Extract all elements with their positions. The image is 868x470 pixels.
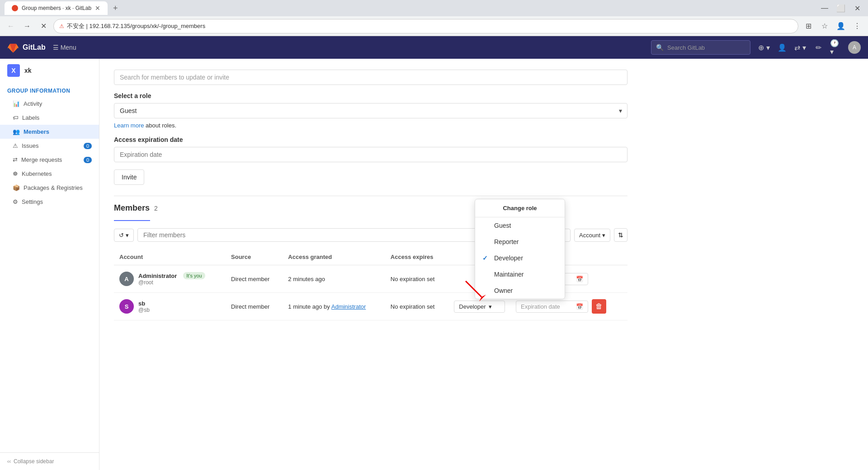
search-icon: 🔍 <box>656 44 664 51</box>
member-source-cell: Direct member <box>226 265 283 293</box>
history-button[interactable]: ↺ ▾ <box>114 229 134 242</box>
bookmark-icon[interactable]: ☆ <box>818 20 831 33</box>
member-access-expires-cell: No expiration set <box>385 293 449 320</box>
merge-request-icon[interactable]: ⇄ ▾ <box>794 41 807 54</box>
members-underline <box>114 220 150 221</box>
chevron-down-icon: ▾ <box>602 232 605 239</box>
its-you-badge: It's you <box>183 272 205 279</box>
member-account-cell: A Administrator It's you @root <box>114 265 226 293</box>
group-icon: X <box>7 64 20 77</box>
role-select-wrapper: Guest Reporter Developer Maintainer Owne… <box>114 103 627 118</box>
translate-icon[interactable]: ⊞ <box>802 20 815 33</box>
sort-button[interactable]: ⇅ <box>614 228 627 242</box>
change-role-dropdown: Change role Guest Reporter ✓ Developer M… <box>475 199 565 299</box>
expiry-input[interactable] <box>114 147 627 162</box>
sidebar-item-members[interactable]: 👥 Members <box>0 125 99 139</box>
members-count: 2 <box>154 205 158 212</box>
security-icon: ⚠ <box>59 23 64 29</box>
member-name: Administrator <box>138 273 177 279</box>
kubernetes-icon: ☸ <box>13 170 18 177</box>
top-navbar: GitLab ☰ Menu 🔍 ⊕ ▾ 👤 ⇄ ▾ ✏ 🕐 ▾ A <box>0 36 868 59</box>
members-icon: 👥 <box>13 128 20 135</box>
member-access-granted-cell: 1 minute ago by Administrator <box>283 293 385 320</box>
role-dropdown[interactable]: Developer ▾ <box>454 301 505 313</box>
member-avatar: S <box>119 299 134 314</box>
role-option-owner[interactable]: Owner <box>475 282 565 299</box>
column-account: Account <box>114 249 226 265</box>
refresh-button[interactable]: ✕ <box>37 20 50 33</box>
merge-requests-icon: ⇄ <box>13 156 18 163</box>
check-mark-icon: ✓ <box>482 254 490 262</box>
role-select[interactable]: Guest Reporter Developer Maintainer Owne… <box>114 103 627 118</box>
sidebar-item-merge-requests[interactable]: ⇄ Merge requests 0 <box>0 153 99 167</box>
sidebar-item-kubernetes[interactable]: ☸ Kubernetes <box>0 167 99 181</box>
sidebar: X xk Group information 📊 Activity 🏷 Labe… <box>0 59 99 470</box>
role-option-guest[interactable]: Guest <box>475 217 565 234</box>
section-divider <box>114 196 627 196</box>
packages-icon: 📦 <box>13 184 20 191</box>
sidebar-header: X xk <box>0 59 99 82</box>
members-title: Members <box>114 203 150 213</box>
new-tab-button[interactable]: + <box>109 3 122 14</box>
sidebar-item-issues[interactable]: ⚠ Issues 0 <box>0 139 99 153</box>
delete-member-button[interactable]: 🗑 <box>592 299 606 314</box>
sidebar-item-activity[interactable]: 📊 Activity <box>0 97 99 111</box>
sidebar-nav: Group information 📊 Activity 🏷 Labels 👥 … <box>0 82 99 452</box>
edit-icon[interactable]: ✏ <box>812 41 825 54</box>
menu-icon: ☰ <box>53 44 59 51</box>
calendar-icon: 📅 <box>576 303 583 310</box>
sidebar-item-group-information[interactable]: Group information <box>0 82 99 97</box>
member-source-cell: Direct member <box>226 293 283 320</box>
address-bar[interactable]: ⚠ 不安全 | 192.168.72.135/groups/xk/-/group… <box>53 19 798 33</box>
chevron-left-icon: ‹‹ <box>7 458 11 465</box>
minimize-button[interactable]: — <box>818 2 831 14</box>
clock-icon[interactable]: 🕐 ▾ <box>830 41 843 54</box>
main-content: Select a role Guest Reporter Developer M… <box>99 59 868 470</box>
administrator-link[interactable]: Administrator <box>331 303 366 310</box>
navbar-menu-button[interactable]: ☰ Menu <box>53 44 76 51</box>
issues-icon: ⚠ <box>13 142 18 149</box>
role-label: Select a role <box>114 92 627 99</box>
global-search[interactable]: 🔍 <box>651 40 750 55</box>
member-access-granted-cell: 2 minutes ago <box>283 265 385 293</box>
role-option-reporter[interactable]: Reporter <box>475 234 565 250</box>
column-source: Source <box>226 249 283 265</box>
close-browser-button[interactable]: ✕ <box>851 2 863 14</box>
member-access-expires-cell: No expiration set <box>385 265 449 293</box>
back-button[interactable]: ← <box>5 20 17 33</box>
navbar-logo[interactable]: GitLab <box>7 42 46 53</box>
maximize-button[interactable]: ⬜ <box>835 2 847 14</box>
menu-icon[interactable]: ⋮ <box>851 20 863 33</box>
sidebar-item-settings[interactable]: ⚙ Settings <box>0 195 99 209</box>
tab-favicon <box>12 5 18 11</box>
settings-icon: ⚙ <box>13 198 18 205</box>
active-tab[interactable]: Group members · xk · GitLab ✕ <box>5 1 108 15</box>
role-option-developer[interactable]: ✓ Developer <box>475 250 565 266</box>
member-avatar: A <box>119 272 134 286</box>
tab-title: Group members · xk · GitLab <box>22 5 91 11</box>
calendar-icon: 📅 <box>576 276 583 282</box>
sidebar-item-labels[interactable]: 🏷 Labels <box>0 111 99 125</box>
change-role-title: Change role <box>475 199 565 217</box>
search-input[interactable] <box>667 44 745 51</box>
create-button[interactable]: ⊕ ▾ <box>758 41 770 54</box>
tab-close-button[interactable]: ✕ <box>95 5 100 12</box>
profile-icon[interactable]: 👤 <box>835 20 847 33</box>
address-text: 不安全 | 192.168.72.135/groups/xk/-/group_m… <box>67 22 793 30</box>
role-label: Developer <box>459 303 486 310</box>
profile-nav-icon[interactable]: 👤 <box>776 41 788 54</box>
gitlab-wordmark: GitLab <box>23 43 46 52</box>
member-search-input[interactable] <box>114 70 627 85</box>
learn-more-link[interactable]: Learn more <box>114 122 144 129</box>
forward-button[interactable]: → <box>21 20 33 33</box>
chevron-down-icon: ▾ <box>489 303 492 310</box>
role-option-maintainer[interactable]: Maintainer <box>475 266 565 282</box>
user-avatar[interactable]: A <box>848 41 861 54</box>
invite-button[interactable]: Invite <box>114 169 144 185</box>
sidebar-item-packages[interactable]: 📦 Packages & Registries <box>0 181 99 195</box>
account-dropdown[interactable]: Account ▾ <box>574 229 610 242</box>
collapse-sidebar-button[interactable]: ‹‹ Collapse sidebar <box>0 452 99 470</box>
member-account-cell: S sb @sb <box>114 293 226 320</box>
column-access-granted: Access granted <box>283 249 385 265</box>
expiry-date-picker[interactable]: Expiration date 📅 <box>516 301 588 313</box>
